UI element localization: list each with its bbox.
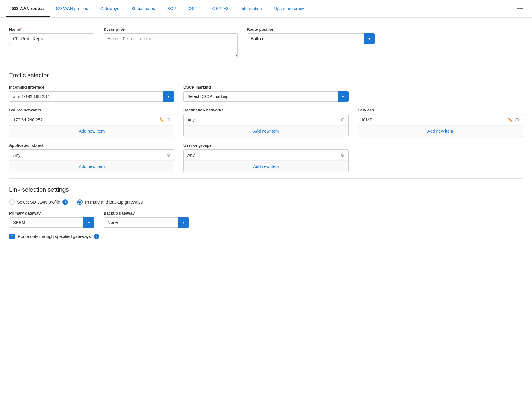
- source-networks-group: Source networks 172.64.240.252 ✏️ ⊖ Add …: [9, 108, 174, 137]
- backup-gateway-select-wrapper: None ▼: [104, 217, 189, 228]
- application-object-item-0: Any ⊖: [9, 150, 174, 161]
- tab-sdwan-profiles[interactable]: SD-WAN profiles: [50, 1, 94, 17]
- sdwan-profile-info-icon[interactable]: i: [62, 199, 68, 205]
- add-user-groups-button[interactable]: Add new item: [184, 161, 348, 172]
- divider-1: [9, 64, 523, 64]
- service-item-0: ICMP ✏️ ⊖: [358, 114, 523, 125]
- tab-static-routes[interactable]: Static routes: [125, 1, 161, 17]
- route-position-select[interactable]: Bottom: [247, 33, 375, 44]
- route-only-info-icon[interactable]: i: [94, 234, 99, 239]
- primary-gateway-select[interactable]: XFRM: [9, 217, 94, 228]
- route-position-label: Route position: [247, 27, 375, 32]
- route-position-group: Route position Bottom ▼: [247, 27, 375, 44]
- dscp-marking-label: DSCP marking: [183, 85, 349, 89]
- source-network-icons-0: ✏️ ⊖: [159, 117, 170, 123]
- link-selection-title: Link selection settings: [9, 186, 523, 193]
- description-label: Description: [104, 27, 238, 32]
- route-position-select-wrapper: Bottom ▼: [247, 33, 375, 44]
- user-groups-icons-0: ⊖: [341, 152, 345, 158]
- dscp-marking-select-wrapper: Select DSCP marking ▼: [183, 91, 349, 102]
- edit-source-icon[interactable]: ✏️: [159, 117, 165, 122]
- source-network-value-0: 172.64.240.252: [13, 117, 43, 122]
- description-group: Description: [104, 27, 238, 58]
- select-sdwan-profile-label: Select SD-WAN profile: [17, 200, 60, 205]
- incoming-interface-select-wrapper: xfrm1-192.168.2.11 ▼: [9, 91, 174, 102]
- user-groups-item-0: Any ⊖: [184, 150, 348, 161]
- main-content: Name* Description Route position Bottom …: [0, 18, 532, 248]
- description-textarea[interactable]: [104, 33, 238, 58]
- traffic-selector-title: Traffic selector: [9, 72, 523, 79]
- remove-service-icon[interactable]: ⊖: [515, 117, 519, 123]
- remove-destination-icon[interactable]: ⊖: [341, 117, 345, 123]
- service-icons-0: ✏️ ⊖: [508, 117, 519, 123]
- app-user-row: Application object Any ⊖ Add new item Us…: [9, 143, 523, 172]
- more-tabs-button[interactable]: •••: [514, 0, 526, 17]
- dscp-marking-select[interactable]: Select DSCP marking: [183, 91, 349, 102]
- source-networks-box: 172.64.240.252 ✏️ ⊖ Add new item: [9, 114, 174, 137]
- source-network-item-0: 172.64.240.252 ✏️ ⊖: [9, 114, 174, 125]
- user-groups-box: Any ⊖ Add new item: [183, 149, 349, 172]
- edit-service-icon[interactable]: ✏️: [508, 117, 513, 122]
- destination-networks-box: Any ⊖ Add new item: [183, 114, 349, 137]
- tab-ospfv3[interactable]: OSPFv3: [206, 1, 235, 17]
- primary-gateway-select-wrapper: XFRM ▼: [9, 217, 94, 228]
- destination-network-value-0: Any: [187, 117, 195, 122]
- source-networks-label: Source networks: [9, 108, 174, 112]
- services-box: ICMP ✏️ ⊖ Add new item: [358, 114, 523, 137]
- primary-backup-gateways-radio[interactable]: [77, 199, 83, 205]
- tab-bgp[interactable]: BGP: [161, 1, 183, 17]
- application-object-label: Application object: [9, 143, 174, 148]
- user-groups-label: User or groups: [183, 143, 349, 148]
- route-only-checkbox[interactable]: ✓: [9, 234, 15, 239]
- user-groups-group: User or groups Any ⊖ Add new item: [183, 143, 349, 172]
- backup-gateway-group: Backup gateway None ▼: [104, 211, 189, 228]
- tab-bar: SD-WAN routes SD-WAN profiles Gateways S…: [0, 0, 532, 18]
- tab-upstream-proxy[interactable]: Upstream proxy: [268, 1, 310, 17]
- application-object-box: Any ⊖ Add new item: [9, 149, 174, 172]
- primary-gateway-label: Primary gateway: [9, 211, 94, 215]
- remove-application-icon[interactable]: ⊖: [166, 152, 170, 158]
- add-service-button[interactable]: Add new item: [358, 125, 523, 137]
- tab-ospf[interactable]: OSPF: [182, 1, 206, 17]
- tab-information[interactable]: Information: [234, 1, 268, 17]
- gateway-row: Primary gateway XFRM ▼ Backup gateway No…: [9, 211, 523, 228]
- backup-gateway-select[interactable]: None: [104, 217, 189, 228]
- name-group: Name*: [9, 27, 94, 44]
- incoming-interface-group: Incoming interface xfrm1-192.168.2.11 ▼: [9, 85, 174, 102]
- primary-backup-gateways-label: Primary and Backup gateways: [85, 200, 143, 205]
- add-source-network-button[interactable]: Add new item: [9, 125, 174, 137]
- tab-gateways[interactable]: Gateways: [94, 1, 125, 17]
- destination-network-icons-0: ⊖: [341, 117, 345, 123]
- destination-network-item-0: Any ⊖: [184, 114, 348, 125]
- services-group: Services ICMP ✏️ ⊖ Add new item: [358, 108, 523, 137]
- primary-backup-gateways-option[interactable]: Primary and Backup gateways: [77, 199, 143, 205]
- service-value-0: ICMP: [362, 117, 372, 122]
- remove-source-icon[interactable]: ⊖: [166, 117, 170, 123]
- select-sdwan-profile-radio[interactable]: [9, 199, 15, 205]
- incoming-dscp-row: Incoming interface xfrm1-192.168.2.11 ▼ …: [9, 85, 523, 102]
- name-label: Name*: [9, 27, 94, 32]
- destination-networks-group: Destination networks Any ⊖ Add new item: [183, 108, 349, 137]
- select-sdwan-profile-option[interactable]: Select SD-WAN profile i: [9, 199, 68, 205]
- add-application-button[interactable]: Add new item: [9, 161, 174, 172]
- incoming-interface-label: Incoming interface: [9, 85, 174, 89]
- add-destination-network-button[interactable]: Add new item: [184, 125, 348, 137]
- name-input[interactable]: [9, 33, 94, 44]
- destination-networks-label: Destination networks: [183, 108, 349, 112]
- route-only-label: Route only through specified gateways: [18, 234, 91, 239]
- remove-user-groups-icon[interactable]: ⊖: [341, 152, 345, 158]
- top-form-row: Name* Description Route position Bottom …: [9, 27, 523, 58]
- tab-sdwan-routes[interactable]: SD-WAN routes: [6, 1, 50, 17]
- divider-2: [9, 178, 523, 179]
- application-object-group: Application object Any ⊖ Add new item: [9, 143, 174, 172]
- application-object-value-0: Any: [13, 153, 20, 158]
- link-selection-radio-row: Select SD-WAN profile i Primary and Back…: [9, 199, 523, 205]
- incoming-interface-select[interactable]: xfrm1-192.168.2.11: [9, 91, 174, 102]
- services-label: Services: [358, 108, 523, 112]
- user-groups-value-0: Any: [187, 153, 195, 158]
- networks-services-row: Source networks 172.64.240.252 ✏️ ⊖ Add …: [9, 108, 523, 137]
- backup-gateway-label: Backup gateway: [104, 211, 189, 215]
- route-only-row: ✓ Route only through specified gateways …: [9, 234, 523, 239]
- dscp-marking-group: DSCP marking Select DSCP marking ▼: [183, 85, 349, 102]
- application-object-icons-0: ⊖: [166, 152, 170, 158]
